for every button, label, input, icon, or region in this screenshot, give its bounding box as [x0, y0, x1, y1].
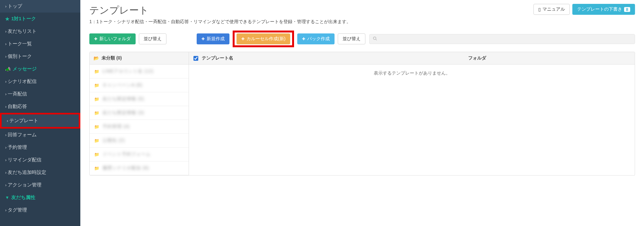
- sidebar-item-scenario[interactable]: ›シナリオ配信: [0, 75, 80, 88]
- new-create-label: 新規作成: [207, 36, 225, 42]
- sidebar-item-reminder[interactable]: ›リマインダ配信: [0, 154, 80, 166]
- pack-create-label: パック作成: [307, 36, 330, 42]
- chevron-right-icon: ›: [5, 183, 6, 187]
- chevron-right-icon: ›: [5, 92, 6, 96]
- folder-row[interactable]: 📁公開先 (2): [90, 134, 189, 148]
- folder-header-label: 未分類 (0): [102, 55, 122, 61]
- sidebar-item-action-manage[interactable]: ›アクション管理: [0, 179, 80, 191]
- sidebar-item-tag-manage[interactable]: ›タグ管理: [0, 204, 80, 216]
- sidebar-item-talk-list[interactable]: ›トーク一覧: [0, 38, 80, 50]
- sidebar-section-1on1[interactable]: 1対1トーク: [0, 13, 80, 25]
- folder-icon: 📁: [94, 111, 99, 115]
- toolbar-group-left: 新しいフォルダ 並び替え: [89, 33, 166, 44]
- chevron-right-icon: ›: [5, 41, 6, 46]
- select-all-checkbox[interactable]: [193, 56, 198, 61]
- main-content: テンプレート ▯マニュアル テンプレートの下書き8 1：1トーク・シナリオ配信・…: [80, 0, 644, 226]
- page-title: テンプレート: [89, 4, 149, 17]
- new-folder-label: 新しいフォルダ: [99, 36, 131, 42]
- col-template-name: テンプレート名: [202, 55, 324, 61]
- sidebar-item-reservation[interactable]: ›予約管理: [0, 141, 80, 154]
- sidebar-item-label: シナリオ配信: [8, 78, 37, 85]
- folder-open-icon: 📂: [94, 56, 99, 61]
- folder-row-label: 友だち限定情報 (5): [103, 96, 144, 102]
- sidebar-item-auto-reply[interactable]: ›自動応答: [0, 100, 80, 113]
- sidebar: ›トップ 1対1トーク ›友だちリスト ›トーク一覧 ›個別トーク メッセージ …: [0, 0, 80, 226]
- sidebar-item-label: トップ: [8, 3, 22, 9]
- chevron-right-icon: ›: [5, 4, 6, 9]
- svg-point-0: [373, 37, 376, 39]
- folder-row-label: 友だち限定情報 (3): [103, 110, 144, 116]
- sort-button-1[interactable]: 並び替え: [139, 33, 166, 44]
- folder-row[interactable]: 📁履歴シナリオ配信 (6): [90, 161, 189, 175]
- sidebar-item-label: トーク一覧: [8, 41, 32, 47]
- sidebar-item-label: タグ管理: [8, 207, 27, 213]
- sidebar-item-label: 友だち追加時設定: [8, 169, 46, 176]
- folder-row[interactable]: 📁友だち限定情報 (3): [90, 106, 189, 120]
- sidebar-item-friends-list[interactable]: ›友だちリスト: [0, 25, 80, 38]
- header-row: テンプレート ▯マニュアル テンプレートの下書き8: [89, 4, 635, 19]
- drafts-button[interactable]: テンプレートの下書き8: [572, 4, 635, 15]
- folder-row[interactable]: 📁予約管理 (4): [90, 120, 189, 134]
- svg-line-1: [376, 39, 377, 40]
- folder-icon: 📁: [94, 83, 99, 88]
- folder-row[interactable]: 📁キャンペーンA (8): [90, 78, 189, 92]
- page-description: 1：1トーク・シナリオ配信・一斉配信・自動応答・リマインダなどで使用できるテンプ…: [89, 19, 635, 25]
- search-icon: [373, 36, 377, 42]
- col-folder: フォルダ: [324, 55, 630, 61]
- new-folder-button[interactable]: 新しいフォルダ: [89, 33, 136, 44]
- sort-button-2[interactable]: 並び替え: [338, 33, 365, 44]
- folder-icon: 📁: [94, 97, 99, 102]
- carousel-create-button[interactable]: カルーセル作成(新): [237, 33, 290, 44]
- folder-row-label: イベント予約フォーム: [103, 151, 151, 157]
- app-root: ›トップ 1対1トーク ›友だちリスト ›トーク一覧 ›個別トーク メッセージ …: [0, 0, 644, 226]
- book-icon: ▯: [538, 7, 541, 12]
- folder-row[interactable]: 📁LINEアカウント名 (12): [90, 65, 189, 78]
- folder-row[interactable]: 📁イベント予約フォーム: [90, 148, 189, 161]
- toolbar-group-center: 新規作成 カルーセル作成(新) パック作成 並び替え: [197, 31, 365, 47]
- select-all-cell: [193, 56, 202, 61]
- folder-row[interactable]: 📁友だち限定情報 (5): [90, 92, 189, 106]
- sidebar-section-label: 友だち属性: [11, 194, 35, 201]
- sidebar-item-label: 友だちリスト: [8, 28, 37, 34]
- folder-icon: 📁: [94, 124, 99, 129]
- sidebar-item-label: リマインダ配信: [8, 157, 41, 163]
- pack-create-button[interactable]: パック作成: [297, 33, 335, 44]
- folder-row-label: キャンペーンA (8): [103, 82, 143, 88]
- chevron-right-icon: ›: [5, 54, 6, 59]
- table-empty-message: 表示するテンプレートがありません。: [189, 65, 635, 82]
- folder-header[interactable]: 📂 未分類 (0): [90, 52, 189, 65]
- sidebar-item-answer-form[interactable]: ›回答フォーム: [0, 129, 80, 141]
- sidebar-item-friend-add-settings[interactable]: ›友だち追加時設定: [0, 166, 80, 179]
- table-header: テンプレート名 フォルダ: [189, 52, 635, 65]
- drafts-button-label: テンプレートの下書き: [577, 6, 622, 12]
- sidebar-item-label: アクション管理: [8, 182, 41, 188]
- sidebar-section-friend-attr[interactable]: 友だち属性: [0, 191, 80, 204]
- chevron-right-icon: ›: [5, 170, 6, 175]
- sidebar-item-broadcast[interactable]: ›一斉配信: [0, 88, 80, 100]
- header-left: テンプレート: [89, 4, 149, 19]
- manual-button[interactable]: ▯マニュアル: [533, 4, 570, 15]
- sidebar-item-top[interactable]: ›トップ: [0, 0, 80, 13]
- sidebar-item-label: 自動応答: [8, 104, 27, 110]
- header-buttons: ▯マニュアル テンプレートの下書き8: [533, 4, 635, 15]
- new-create-button[interactable]: 新規作成: [197, 33, 229, 44]
- folder-row-label: 公開先 (2): [103, 138, 125, 143]
- search-field[interactable]: [380, 36, 631, 41]
- folder-icon: 📁: [94, 69, 99, 74]
- sidebar-section-label: メッセージ: [13, 66, 37, 72]
- chevron-right-icon: ›: [5, 104, 6, 109]
- sidebar-item-template[interactable]: ›テンプレート: [2, 114, 79, 127]
- sidebar-item-individual-talk[interactable]: ›個別トーク: [0, 50, 80, 63]
- folder-panel: 📂 未分類 (0) 📁LINEアカウント名 (12) 📁キャンペーンA (8) …: [89, 52, 189, 176]
- chevron-right-icon: ›: [5, 208, 6, 212]
- content-split: 📂 未分類 (0) 📁LINEアカウント名 (12) 📁キャンペーンA (8) …: [89, 52, 635, 176]
- sidebar-section-message[interactable]: メッセージ: [0, 63, 80, 75]
- search-input[interactable]: [369, 34, 635, 44]
- folder-row-label: 履歴シナリオ配信 (6): [103, 165, 149, 171]
- sidebar-item-label: 一斉配信: [8, 91, 27, 97]
- manual-button-label: マニュアル: [542, 6, 565, 12]
- drafts-count-badge: 8: [624, 7, 630, 12]
- sidebar-item-label: 予約管理: [8, 144, 27, 150]
- sidebar-section-label: 1対1トーク: [11, 16, 36, 22]
- folder-icon: 📁: [94, 166, 99, 171]
